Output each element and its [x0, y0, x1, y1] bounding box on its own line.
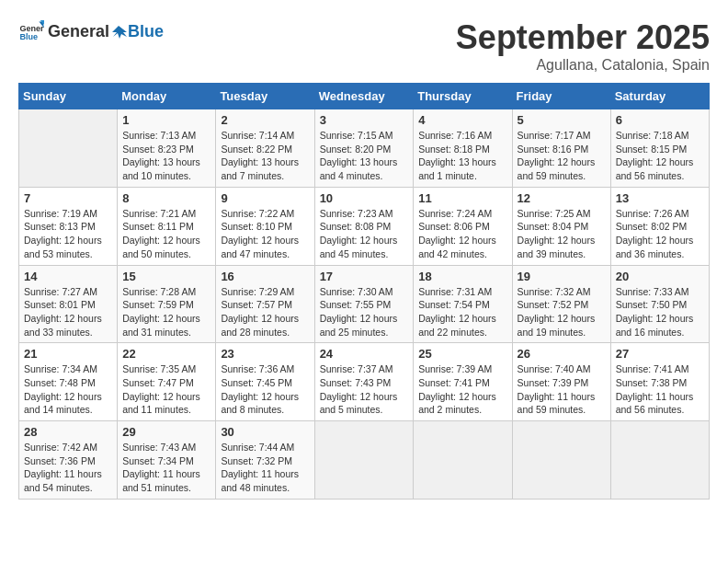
- calendar-cell: 15Sunrise: 7:28 AMSunset: 7:59 PMDayligh…: [118, 265, 216, 343]
- calendar-cell: 3Sunrise: 7:15 AMSunset: 8:20 PMDaylight…: [314, 109, 414, 188]
- svg-marker-4: [112, 26, 127, 39]
- day-number: 24: [320, 347, 409, 361]
- calendar-cell: 7Sunrise: 7:19 AMSunset: 8:13 PMDaylight…: [19, 187, 118, 265]
- header: General Blue GeneralBlue September 2025 …: [18, 18, 710, 74]
- day-number: 6: [616, 113, 704, 127]
- calendar-cell: 14Sunrise: 7:27 AMSunset: 8:01 PMDayligh…: [19, 265, 118, 343]
- day-info: Sunrise: 7:14 AMSunset: 8:22 PMDaylight:…: [221, 129, 309, 183]
- day-info: Sunrise: 7:16 AMSunset: 8:18 PMDaylight:…: [418, 129, 506, 183]
- day-number: 30: [221, 425, 309, 439]
- day-number: 19: [518, 270, 606, 283]
- day-number: 10: [320, 191, 409, 205]
- day-info: Sunrise: 7:25 AMSunset: 8:04 PMDaylight:…: [518, 207, 606, 261]
- calendar-cell: [512, 421, 610, 500]
- day-info: Sunrise: 7:31 AMSunset: 7:54 PMDaylight:…: [418, 285, 506, 339]
- calendar-cell: 30Sunrise: 7:44 AMSunset: 7:32 PMDayligh…: [216, 421, 314, 500]
- calendar-cell: 11Sunrise: 7:24 AMSunset: 8:06 PMDayligh…: [414, 187, 512, 265]
- calendar-cell: 12Sunrise: 7:25 AMSunset: 8:04 PMDayligh…: [512, 187, 610, 265]
- weekday-header-cell: Wednesday: [314, 84, 414, 109]
- day-info: Sunrise: 7:28 AMSunset: 7:59 PMDaylight:…: [122, 285, 210, 339]
- day-info: Sunrise: 7:27 AMSunset: 8:01 PMDaylight:…: [24, 285, 112, 339]
- day-info: Sunrise: 7:29 AMSunset: 7:57 PMDaylight:…: [221, 285, 309, 339]
- calendar-week-row: 21Sunrise: 7:34 AMSunset: 7:48 PMDayligh…: [19, 343, 710, 421]
- day-number: 15: [122, 270, 210, 283]
- weekday-header-cell: Sunday: [19, 84, 118, 109]
- calendar-cell: 5Sunrise: 7:17 AMSunset: 8:16 PMDaylight…: [512, 109, 610, 188]
- day-info: Sunrise: 7:44 AMSunset: 7:32 PMDaylight:…: [221, 441, 309, 495]
- calendar-cell: 19Sunrise: 7:32 AMSunset: 7:52 PMDayligh…: [512, 265, 610, 343]
- day-info: Sunrise: 7:42 AMSunset: 7:36 PMDaylight:…: [24, 441, 112, 495]
- day-number: 2: [221, 113, 309, 127]
- day-info: Sunrise: 7:30 AMSunset: 7:55 PMDaylight:…: [320, 285, 409, 339]
- day-number: 25: [418, 347, 506, 361]
- calendar-cell: 26Sunrise: 7:40 AMSunset: 7:39 PMDayligh…: [512, 343, 610, 421]
- day-number: 17: [320, 270, 409, 283]
- day-info: Sunrise: 7:15 AMSunset: 8:20 PMDaylight:…: [320, 129, 409, 183]
- calendar-week-row: 7Sunrise: 7:19 AMSunset: 8:13 PMDaylight…: [19, 187, 710, 265]
- weekday-header-cell: Monday: [118, 84, 216, 109]
- location-title: Agullana, Catalonia, Spain: [456, 57, 710, 74]
- day-info: Sunrise: 7:32 AMSunset: 7:52 PMDaylight:…: [518, 285, 606, 339]
- calendar-cell: [19, 109, 118, 188]
- calendar-week-row: 14Sunrise: 7:27 AMSunset: 8:01 PMDayligh…: [19, 265, 710, 343]
- weekday-header-cell: Saturday: [610, 84, 709, 109]
- logo: General Blue GeneralBlue: [18, 18, 164, 44]
- calendar-cell: 21Sunrise: 7:34 AMSunset: 7:48 PMDayligh…: [19, 343, 118, 421]
- day-number: 29: [122, 425, 210, 439]
- calendar-body: 1Sunrise: 7:13 AMSunset: 8:23 PMDaylight…: [19, 109, 710, 500]
- calendar-cell: 16Sunrise: 7:29 AMSunset: 7:57 PMDayligh…: [216, 265, 314, 343]
- calendar-cell: [610, 421, 709, 500]
- logo-icon: General Blue: [18, 18, 44, 44]
- calendar-cell: 8Sunrise: 7:21 AMSunset: 8:11 PMDaylight…: [118, 187, 216, 265]
- day-number: 26: [518, 347, 606, 361]
- day-number: 23: [221, 347, 309, 361]
- day-number: 11: [418, 191, 506, 205]
- day-info: Sunrise: 7:22 AMSunset: 8:10 PMDaylight:…: [221, 207, 309, 261]
- day-info: Sunrise: 7:23 AMSunset: 8:08 PMDaylight:…: [320, 207, 409, 261]
- svg-text:Blue: Blue: [19, 32, 38, 41]
- weekday-header-cell: Thursday: [414, 84, 512, 109]
- day-info: Sunrise: 7:41 AMSunset: 7:38 PMDaylight:…: [616, 362, 704, 417]
- logo-bird-icon: [110, 24, 127, 40]
- calendar-cell: 25Sunrise: 7:39 AMSunset: 7:41 PMDayligh…: [414, 343, 512, 421]
- day-number: 9: [221, 191, 309, 205]
- day-number: 5: [518, 113, 606, 127]
- calendar-cell: 10Sunrise: 7:23 AMSunset: 8:08 PMDayligh…: [314, 187, 414, 265]
- title-area: September 2025 Agullana, Catalonia, Spai…: [456, 18, 710, 74]
- day-number: 7: [24, 191, 112, 205]
- day-info: Sunrise: 7:40 AMSunset: 7:39 PMDaylight:…: [518, 362, 606, 417]
- day-number: 20: [616, 270, 704, 283]
- day-number: 1: [122, 113, 210, 127]
- day-info: Sunrise: 7:39 AMSunset: 7:41 PMDaylight:…: [418, 362, 506, 417]
- day-info: Sunrise: 7:33 AMSunset: 7:50 PMDaylight:…: [616, 285, 704, 339]
- day-info: Sunrise: 7:24 AMSunset: 8:06 PMDaylight:…: [418, 207, 506, 261]
- day-info: Sunrise: 7:21 AMSunset: 8:11 PMDaylight:…: [122, 207, 210, 261]
- calendar-week-row: 28Sunrise: 7:42 AMSunset: 7:36 PMDayligh…: [19, 421, 710, 500]
- calendar-cell: 27Sunrise: 7:41 AMSunset: 7:38 PMDayligh…: [610, 343, 709, 421]
- day-info: Sunrise: 7:17 AMSunset: 8:16 PMDaylight:…: [518, 129, 606, 183]
- day-info: Sunrise: 7:35 AMSunset: 7:47 PMDaylight:…: [122, 362, 210, 417]
- day-number: 18: [418, 270, 506, 283]
- calendar-cell: [314, 421, 414, 500]
- calendar-cell: 20Sunrise: 7:33 AMSunset: 7:50 PMDayligh…: [610, 265, 709, 343]
- calendar-cell: 17Sunrise: 7:30 AMSunset: 7:55 PMDayligh…: [314, 265, 414, 343]
- calendar-cell: [414, 421, 512, 500]
- calendar-cell: 2Sunrise: 7:14 AMSunset: 8:22 PMDaylight…: [216, 109, 314, 188]
- calendar-cell: 24Sunrise: 7:37 AMSunset: 7:43 PMDayligh…: [314, 343, 414, 421]
- day-number: 27: [616, 347, 704, 361]
- weekday-header-cell: Friday: [512, 84, 610, 109]
- day-number: 22: [122, 347, 210, 361]
- calendar-week-row: 1Sunrise: 7:13 AMSunset: 8:23 PMDaylight…: [19, 109, 710, 188]
- day-number: 3: [320, 113, 409, 127]
- calendar-cell: 9Sunrise: 7:22 AMSunset: 8:10 PMDaylight…: [216, 187, 314, 265]
- day-info: Sunrise: 7:37 AMSunset: 7:43 PMDaylight:…: [320, 362, 409, 417]
- day-number: 28: [24, 425, 112, 439]
- day-info: Sunrise: 7:19 AMSunset: 8:13 PMDaylight:…: [24, 207, 112, 261]
- day-number: 12: [518, 191, 606, 205]
- calendar-cell: 23Sunrise: 7:36 AMSunset: 7:45 PMDayligh…: [216, 343, 314, 421]
- day-info: Sunrise: 7:13 AMSunset: 8:23 PMDaylight:…: [122, 129, 210, 183]
- weekday-header-cell: Tuesday: [216, 84, 314, 109]
- day-info: Sunrise: 7:36 AMSunset: 7:45 PMDaylight:…: [221, 362, 309, 417]
- day-number: 4: [418, 113, 506, 127]
- calendar-cell: 22Sunrise: 7:35 AMSunset: 7:47 PMDayligh…: [118, 343, 216, 421]
